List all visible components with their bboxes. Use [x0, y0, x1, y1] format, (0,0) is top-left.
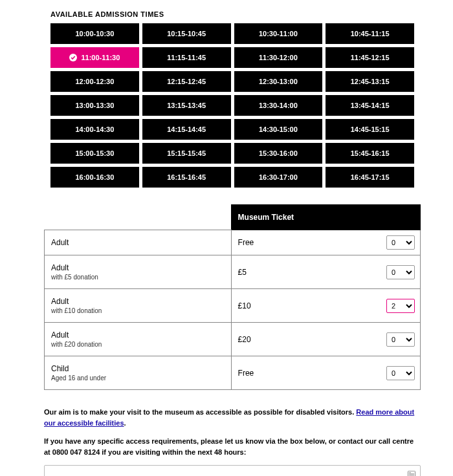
time-slot[interactable]: 15:15-15:45: [142, 143, 231, 164]
time-slot-label: 16:45-17:15: [351, 173, 390, 181]
time-slot[interactable]: 16:15-16:45: [142, 167, 231, 188]
ticket-name-cell: ChildAged 16 and under: [45, 356, 232, 390]
ticket-table: Museum Ticket AdultFree0123456789Adultwi…: [44, 204, 421, 390]
ticket-price-cell: £200123456789: [231, 323, 420, 356]
quantity-select[interactable]: 0123456789: [386, 235, 415, 250]
ticket-row: Adultwith £10 donation£100123456789: [45, 289, 421, 323]
time-slot-label: 10:15-10:45: [167, 30, 206, 38]
ticket-name: Adult: [51, 238, 69, 247]
quantity-select[interactable]: 0123456789: [386, 299, 415, 313]
ticket-row: Adultwith £5 donation£50123456789: [45, 255, 421, 289]
ticket-name-cell: Adultwith £20 donation: [45, 323, 232, 356]
ticket-subtext: Aged 16 and under: [51, 374, 225, 382]
ticket-name-cell: Adultwith £10 donation: [45, 289, 232, 323]
time-slot-label: 11:15-11:45: [167, 54, 206, 61]
ticket-price-cell: Free0123456789: [231, 230, 420, 255]
time-slot-label: 14:30-15:00: [259, 125, 298, 133]
ticket-price-cell: Free0123456789: [231, 356, 420, 390]
ticket-name: Child: [51, 364, 69, 373]
ticket-subtext: with £20 donation: [51, 341, 225, 348]
accessibility-para1: Our aim is to make your visit to the mus…: [44, 407, 421, 428]
time-slot[interactable]: 10:00-10:30: [50, 23, 139, 44]
quantity-select[interactable]: 0123456789: [386, 265, 415, 279]
ticket-row: ChildAged 16 and underFree0123456789: [45, 356, 421, 390]
time-slot-label: 15:45-16:15: [351, 149, 390, 157]
ticket-price: £5: [238, 268, 247, 277]
time-slot[interactable]: 14:15-14:45: [142, 119, 231, 140]
ticket-subtext: with £5 donation: [51, 274, 225, 281]
time-slot[interactable]: 10:45-11:15: [326, 23, 414, 44]
time-slot-label: 10:30-11:00: [259, 30, 298, 38]
ticket-price-cell: £50123456789: [231, 255, 420, 289]
time-slot-label: 15:00-15:30: [75, 149, 114, 157]
time-slot[interactable]: 16:00-16:30: [50, 167, 139, 188]
time-slot[interactable]: 12:30-13:00: [234, 71, 323, 92]
time-slot-label: 15:30-16:00: [259, 149, 298, 157]
time-slot[interactable]: 12:45-13:15: [326, 71, 414, 92]
para1-text-a: Our aim is to make your visit to the mus…: [44, 408, 356, 416]
ticket-name: Adult: [51, 297, 69, 306]
time-slot-label: 12:45-13:15: [351, 78, 390, 85]
quantity-select[interactable]: 0123456789: [386, 332, 415, 347]
time-slot[interactable]: 11:15-11:45: [142, 47, 231, 68]
time-slot-label: 14:15-14:45: [167, 125, 206, 133]
section-title: AVAILABLE ADMISSION TIMES: [50, 10, 421, 18]
time-slot-label: 16:15-16:45: [167, 173, 206, 181]
time-slot[interactable]: 14:45-15:15: [326, 119, 414, 140]
ticket-price: £10: [238, 301, 251, 310]
time-slot[interactable]: 15:45-16:15: [326, 143, 414, 164]
access-requirements-input[interactable]: [44, 465, 421, 476]
time-slot[interactable]: 10:30-11:00: [234, 23, 323, 44]
quantity-select[interactable]: 0123456789: [386, 366, 415, 380]
para1-text-b: .: [124, 419, 126, 427]
time-slot-label: 15:15-15:45: [167, 149, 206, 157]
time-slot[interactable]: 10:15-10:45: [142, 23, 231, 44]
time-slot-label: 16:30-17:00: [259, 173, 298, 181]
time-slot[interactable]: 15:30-16:00: [234, 143, 323, 164]
time-slot[interactable]: 11:00-11:30: [50, 47, 139, 68]
ticket-name-cell: Adult: [45, 230, 232, 255]
time-slot-label: 16:00-16:30: [75, 173, 114, 181]
time-slot[interactable]: 13:00-13:30: [50, 95, 139, 116]
time-slot-label: 12:30-13:00: [259, 78, 298, 85]
time-slot[interactable]: 14:00-14:30: [50, 119, 139, 140]
input-card-icon: [408, 470, 415, 476]
time-slot[interactable]: 12:00-12:30: [50, 71, 139, 92]
ticket-price: Free: [238, 369, 254, 378]
time-slot[interactable]: 16:45-17:15: [326, 167, 414, 188]
accessibility-info: Our aim is to make your visit to the mus…: [44, 407, 421, 476]
time-slot-label: 14:45-15:15: [351, 125, 390, 133]
ticket-price-cell: £100123456789: [231, 289, 420, 323]
time-slot[interactable]: 15:00-15:30: [50, 143, 139, 164]
check-circle-icon: [69, 54, 77, 61]
time-slot-label: 13:00-13:30: [75, 102, 114, 109]
ticket-row: AdultFree0123456789: [45, 230, 421, 255]
ticket-row: Adultwith £20 donation£200123456789: [45, 323, 421, 356]
time-slot-label: 10:00-10:30: [75, 30, 114, 38]
time-slot[interactable]: 13:45-14:15: [326, 95, 414, 116]
accessibility-para2: If you have any specific access requirem…: [44, 436, 421, 457]
ticket-name: Adult: [51, 263, 69, 272]
time-slot-label: 12:15-12:45: [167, 78, 206, 85]
time-slot[interactable]: 13:30-14:00: [234, 95, 323, 116]
time-slot-label: 11:30-12:00: [259, 54, 298, 61]
time-slot-label: 11:45-12:15: [351, 54, 390, 61]
time-slot[interactable]: 16:30-17:00: [234, 167, 323, 188]
time-slot-label: 14:00-14:30: [75, 125, 114, 133]
ticket-header-empty: [45, 205, 232, 230]
time-slot[interactable]: 11:30-12:00: [234, 47, 323, 68]
ticket-price: Free: [238, 238, 254, 247]
ticket-price: £20: [238, 335, 251, 344]
time-slot-label: 10:45-11:15: [351, 30, 390, 38]
time-slot[interactable]: 13:15-13:45: [142, 95, 231, 116]
access-input-wrap: [44, 465, 421, 476]
ticket-name-cell: Adultwith £5 donation: [45, 255, 232, 289]
time-slot[interactable]: 11:45-12:15: [326, 47, 414, 68]
time-slot-label: 13:45-14:15: [351, 102, 390, 109]
time-slot-grid: 10:00-10:3010:15-10:4510:30-11:0010:45-1…: [50, 23, 414, 188]
time-slot[interactable]: 14:30-15:00: [234, 119, 323, 140]
ticket-name: Adult: [51, 330, 69, 340]
time-slot[interactable]: 12:15-12:45: [142, 71, 231, 92]
ticket-subtext: with £10 donation: [51, 307, 225, 314]
ticket-header: Museum Ticket: [231, 205, 420, 230]
